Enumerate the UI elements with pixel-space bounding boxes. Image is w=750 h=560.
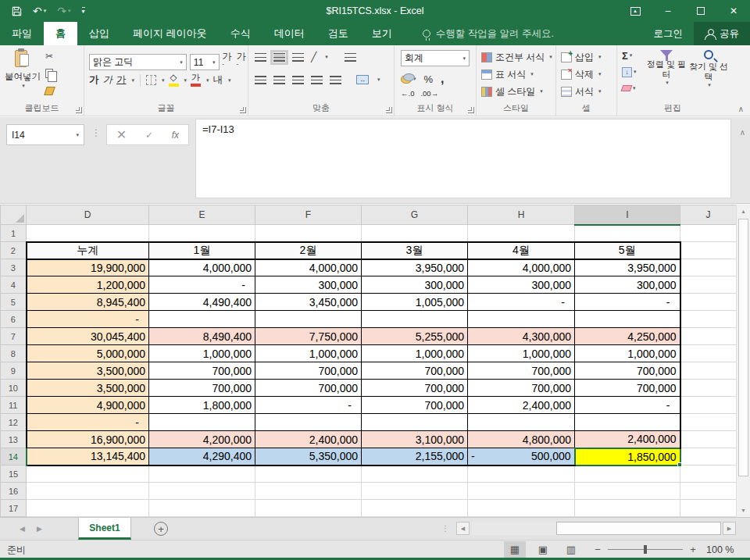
row-header-16[interactable]: 16 bbox=[1, 483, 27, 500]
number-dialog-launcher[interactable] bbox=[468, 107, 474, 113]
cell-F2[interactable]: 2월 bbox=[255, 242, 362, 259]
undo-button[interactable]: ↶▾ bbox=[29, 0, 50, 22]
cell-E10[interactable]: 700,000 bbox=[149, 380, 255, 397]
copy-button[interactable]: ▾ bbox=[45, 67, 58, 80]
row-header-12[interactable]: 12 bbox=[1, 414, 27, 431]
ribbon-tab-file[interactable]: 파일 bbox=[0, 22, 44, 45]
cell-J13[interactable] bbox=[680, 431, 737, 448]
cell-E15[interactable] bbox=[149, 465, 255, 483]
cell-E2[interactable]: 1월 bbox=[149, 242, 255, 259]
row-header-5[interactable]: 5 bbox=[1, 294, 27, 311]
font-name-select[interactable]: 맑은 고딕▾ bbox=[89, 54, 187, 70]
clear-button[interactable]: ▾ bbox=[622, 82, 637, 95]
cell-E8[interactable]: 1,000,000 bbox=[149, 345, 255, 362]
cell-E16[interactable] bbox=[149, 483, 255, 500]
format-cells-button[interactable]: 서식▾ bbox=[556, 83, 616, 100]
fill-handle[interactable] bbox=[677, 462, 682, 467]
cell-J4[interactable] bbox=[680, 276, 737, 294]
name-box-resize-handle[interactable]: ⋮ bbox=[91, 127, 101, 138]
cell-D13[interactable]: 16,900,000 bbox=[27, 431, 149, 448]
cell-D3[interactable]: 19,900,000 bbox=[27, 259, 149, 276]
cell-E4[interactable]: - bbox=[149, 276, 255, 294]
cell-F17[interactable] bbox=[255, 500, 362, 517]
cell-E14[interactable]: 4,290,400 bbox=[149, 448, 255, 465]
cell-I16[interactable] bbox=[575, 483, 680, 500]
row-header-8[interactable]: 8 bbox=[1, 345, 27, 362]
shrink-font-button[interactable]: 가ˇ bbox=[237, 50, 248, 74]
cell-I9[interactable]: 700,000 bbox=[575, 362, 680, 380]
cell-E7[interactable]: 8,490,400 bbox=[149, 328, 255, 345]
row-header-13[interactable]: 13 bbox=[1, 431, 27, 448]
cell-G1[interactable] bbox=[362, 225, 468, 242]
borders-button[interactable] bbox=[146, 75, 156, 85]
cell-I10[interactable]: 700,000 bbox=[575, 380, 680, 397]
cell-G14[interactable]: 2,155,000 bbox=[362, 448, 468, 465]
row-header-7[interactable]: 7 bbox=[1, 328, 27, 345]
cell-J3[interactable] bbox=[680, 259, 737, 276]
cell-D15[interactable] bbox=[27, 465, 149, 483]
insert-function-button[interactable]: fx bbox=[172, 130, 179, 141]
align-center-button[interactable] bbox=[273, 76, 285, 84]
cell-H3[interactable]: 4,000,000 bbox=[468, 259, 575, 276]
percent-style-button[interactable]: % bbox=[424, 73, 434, 85]
cell-H2[interactable]: 4월 bbox=[468, 242, 575, 259]
ribbon-tab-view[interactable]: 보기 bbox=[360, 22, 404, 45]
sheet-nav-left-button[interactable]: ◀ bbox=[20, 518, 25, 540]
cell-E11[interactable]: 1,800,000 bbox=[149, 397, 255, 414]
row-header-10[interactable]: 10 bbox=[1, 380, 27, 397]
col-header-J[interactable]: J bbox=[680, 205, 737, 225]
fill-button[interactable]: ↓▾ bbox=[622, 66, 637, 78]
cell-F11[interactable]: - bbox=[255, 397, 362, 414]
cell-J6[interactable] bbox=[680, 311, 737, 328]
font-size-select[interactable]: 11▾ bbox=[190, 54, 220, 70]
cell-F6[interactable] bbox=[255, 311, 362, 328]
cell-H17[interactable] bbox=[468, 500, 575, 517]
scroll-left-button[interactable]: ◀ bbox=[456, 522, 470, 535]
number-format-select[interactable]: 회계▾ bbox=[401, 50, 470, 66]
font-dialog-launcher[interactable] bbox=[240, 107, 246, 113]
col-header-G[interactable]: G bbox=[362, 205, 468, 225]
cell-I12[interactable] bbox=[575, 414, 680, 431]
cell-E6[interactable] bbox=[149, 311, 255, 328]
cell-D4[interactable]: 1,200,000 bbox=[27, 276, 149, 294]
cell-D6[interactable]: - bbox=[27, 311, 149, 328]
cell-D11[interactable]: 4,900,000 bbox=[27, 397, 149, 414]
cell-G8[interactable]: 1,000,000 bbox=[362, 345, 468, 362]
row-header-17[interactable]: 17 bbox=[1, 500, 27, 517]
row-header-6[interactable]: 6 bbox=[1, 311, 27, 328]
cell-H4[interactable]: 300,000 bbox=[468, 276, 575, 294]
cell-G5[interactable]: 1,005,000 bbox=[362, 294, 468, 311]
cell-J5[interactable] bbox=[680, 294, 737, 311]
cell-I15[interactable] bbox=[575, 465, 680, 483]
cell-styles-button[interactable]: 셀 스타일▾ bbox=[477, 83, 555, 100]
merge-center-button[interactable]: ↔ bbox=[356, 75, 369, 84]
bold-button[interactable]: 가 bbox=[89, 73, 99, 87]
select-all-corner[interactable] bbox=[1, 205, 27, 225]
row-header-14[interactable]: 14 bbox=[1, 448, 27, 465]
cell-G7[interactable]: 5,255,000 bbox=[362, 328, 468, 345]
format-painter-button[interactable] bbox=[45, 84, 58, 97]
cell-H9[interactable]: 700,000 bbox=[468, 362, 575, 380]
cell-G9[interactable]: 700,000 bbox=[362, 362, 468, 380]
cell-H12[interactable] bbox=[468, 414, 575, 431]
cell-J17[interactable] bbox=[680, 500, 737, 517]
cell-G12[interactable] bbox=[362, 414, 468, 431]
new-sheet-button[interactable]: + bbox=[154, 522, 168, 536]
cell-D12[interactable]: - bbox=[27, 414, 149, 431]
collapse-ribbon-button[interactable]: ∧ bbox=[738, 105, 744, 113]
ribbon-tab-data[interactable]: 데이터 bbox=[262, 22, 316, 45]
cell-H13[interactable]: 4,800,000 bbox=[468, 431, 575, 448]
conditional-formatting-button[interactable]: 조건부 서식▾ bbox=[477, 48, 555, 66]
sign-in-button[interactable]: 로그인 bbox=[643, 22, 695, 45]
paste-button[interactable]: 붙여넣기 ▾ bbox=[5, 48, 41, 100]
qat-customize-button[interactable]: ▾ bbox=[78, 0, 89, 22]
font-color-button[interactable]: 가 bbox=[191, 73, 201, 87]
scrollbar-resize-handle[interactable]: ⋮ bbox=[441, 524, 450, 533]
middle-align-button[interactable] bbox=[273, 53, 285, 62]
cell-J12[interactable] bbox=[680, 414, 737, 431]
insert-cells-button[interactable]: 삽입▾ bbox=[556, 48, 616, 66]
cell-J10[interactable] bbox=[680, 380, 737, 397]
cell-H15[interactable] bbox=[468, 465, 575, 483]
grow-font-button[interactable]: 가ˆ bbox=[223, 50, 234, 74]
cell-E9[interactable]: 700,000 bbox=[149, 362, 255, 380]
